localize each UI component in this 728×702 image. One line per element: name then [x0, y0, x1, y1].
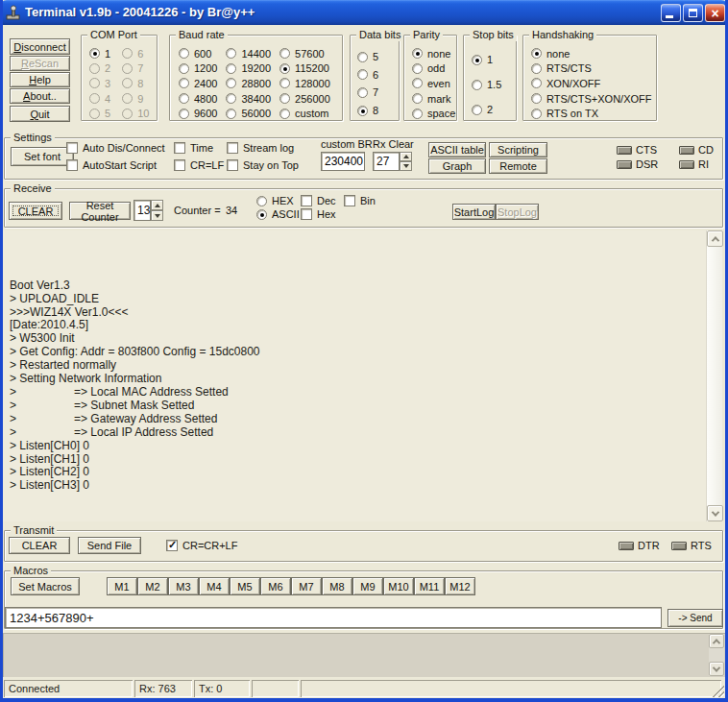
data-bits-radio[interactable]: 7	[357, 84, 378, 102]
parity-radio[interactable]: none	[412, 46, 455, 61]
set-macros-button[interactable]: Set Macros	[11, 577, 80, 595]
macro-button[interactable]: M7	[291, 577, 322, 595]
bin-checkbox[interactable]: Bin	[344, 195, 376, 206]
disconnect-button[interactable]: Disconnect	[10, 38, 70, 55]
custom-br-input[interactable]: 230400	[321, 152, 365, 171]
parity-radio[interactable]: space	[412, 106, 455, 121]
macro-button[interactable]: M11	[414, 577, 445, 595]
transmit-history-scrollbar[interactable]	[709, 634, 724, 676]
send-file-button[interactable]: Send File	[78, 537, 141, 554]
baud-rate-radio[interactable]: custom	[279, 106, 330, 121]
com-port-radio[interactable]: 2	[89, 61, 110, 77]
baud-rate-radio[interactable]: 115200	[279, 61, 330, 77]
parity-radio[interactable]: even	[412, 76, 455, 91]
minimize-button[interactable]	[661, 4, 681, 22]
scroll-down-button[interactable]	[707, 505, 723, 521]
data-bits-radio[interactable]: 5	[357, 48, 378, 66]
baud-rate-radio[interactable]: 600	[179, 46, 217, 61]
about-button[interactable]: About..	[10, 88, 70, 104]
hex-checkbox[interactable]: Hex	[301, 208, 336, 220]
com-port-radio[interactable]: 5	[89, 106, 110, 121]
quit-button[interactable]: Quit	[10, 106, 70, 122]
com-port-radio[interactable]: 8	[122, 76, 149, 91]
dec-checkbox[interactable]: Dec	[301, 195, 336, 206]
terminal-scrollbar[interactable]	[706, 230, 722, 521]
baud-rate-radio[interactable]: 57600	[279, 46, 330, 61]
handshaking-radio[interactable]: XON/XOFF	[531, 76, 652, 91]
parity-radio[interactable]: odd	[412, 61, 455, 77]
remote-button[interactable]: Remote	[489, 158, 547, 174]
baud-rate-radio[interactable]: 2400	[179, 76, 217, 91]
scroll-down-button[interactable]	[709, 662, 724, 676]
baud-rate-radio[interactable]: 14400	[226, 46, 271, 61]
baud-rate-radio[interactable]: 4800	[179, 91, 217, 107]
macro-button[interactable]: M5	[230, 577, 260, 595]
terminal-output[interactable]: Boot Ver1.3> UPLOAD_IDLE>>>WIZ14X Ver1.0…	[3, 230, 722, 521]
start-log-button[interactable]: StartLog	[452, 204, 496, 220]
handshaking-radio[interactable]: RTS on TX	[531, 106, 652, 121]
baud-rate-radio[interactable]: 56000	[226, 106, 271, 121]
stay-on-top-checkbox[interactable]: Stay on Top	[227, 159, 299, 171]
stop-bits-radio[interactable]: 1.5	[472, 72, 501, 97]
receive-counter-spinner[interactable]: 13	[133, 200, 163, 221]
handshaking-radio[interactable]: RTS/CTS+XON/XOFF	[531, 91, 652, 107]
receive-spin-up-button[interactable]	[151, 200, 163, 210]
graph-button[interactable]: Graph	[428, 158, 486, 174]
macro-button[interactable]: M10	[383, 577, 414, 595]
ascii-table-button[interactable]: ASCII table	[428, 142, 486, 157]
baud-rate-radio[interactable]: 128000	[279, 76, 330, 91]
baud-rate-radio[interactable]: 1200	[179, 61, 217, 77]
set-font-button[interactable]: Set font	[11, 147, 74, 166]
macro-button[interactable]: M12	[445, 577, 475, 595]
titlebar[interactable]: Terminal v1.9b - 20041226 - by Br@y++ ×	[0, 0, 728, 25]
macro-button[interactable]: M6	[260, 577, 291, 595]
macro-button[interactable]: M1	[107, 577, 137, 595]
com-port-radio[interactable]: 10	[122, 106, 149, 121]
auto-disconnect-checkbox[interactable]: Auto Dis/Connect	[66, 142, 165, 154]
rx-clear-value[interactable]: 27	[373, 152, 400, 171]
rx-clear-spin-down-button[interactable]	[400, 161, 412, 171]
autostart-script-checkbox[interactable]: AutoStart Script	[66, 159, 157, 171]
scroll-up-button[interactable]	[709, 634, 724, 648]
data-bits-radio[interactable]: 8	[357, 102, 378, 120]
handshaking-radio[interactable]: none	[531, 46, 652, 61]
time-checkbox[interactable]: Time	[174, 142, 213, 154]
stream-log-checkbox[interactable]: Stream log	[227, 142, 294, 154]
scroll-up-button[interactable]	[707, 230, 723, 247]
macro-button[interactable]: M3	[168, 577, 199, 595]
com-port-radio[interactable]: 4	[89, 91, 110, 107]
receive-spinner-value[interactable]: 13	[133, 200, 151, 221]
baud-rate-radio[interactable]: 19200	[226, 61, 271, 77]
transmit-history-panel[interactable]	[3, 633, 725, 677]
cr-crlf-checkbox[interactable]: CR=CR+LF	[166, 540, 237, 551]
com-port-radio[interactable]: 7	[122, 61, 149, 77]
macro-button[interactable]: M2	[137, 577, 168, 595]
baud-rate-radio[interactable]: 256000	[279, 91, 330, 107]
com-port-radio[interactable]: 9	[122, 91, 149, 107]
macro-button[interactable]: M8	[322, 577, 352, 595]
stop-bits-radio[interactable]: 1	[472, 47, 501, 72]
com-port-radio[interactable]: 6	[122, 46, 149, 61]
scripting-button[interactable]: Scripting	[489, 142, 547, 157]
com-port-radio[interactable]: 1	[89, 46, 110, 61]
reset-counter-button[interactable]: Reset Counter	[69, 202, 131, 220]
macro-button[interactable]: M4	[199, 577, 230, 595]
macro-button[interactable]: M9	[352, 577, 383, 595]
handshaking-radio[interactable]: RTS/CTS	[531, 61, 652, 77]
receive-clear-button[interactable]: CLEAR	[9, 202, 62, 220]
transmit-clear-button[interactable]: CLEAR	[9, 537, 70, 554]
stop-bits-radio[interactable]: 2	[472, 97, 501, 122]
parity-radio[interactable]: mark	[412, 91, 455, 107]
baud-rate-radio[interactable]: 38400	[226, 91, 271, 107]
baud-rate-radio[interactable]: 28800	[226, 76, 271, 91]
baud-rate-radio[interactable]: 9600	[179, 106, 217, 121]
maximize-button[interactable]	[683, 4, 703, 22]
cr-lf-checkbox[interactable]: CR=LF	[174, 159, 224, 171]
com-port-radio[interactable]: 3	[89, 76, 110, 91]
rx-clear-spinner[interactable]: 27	[373, 152, 412, 171]
data-bits-radio[interactable]: 6	[357, 66, 378, 85]
hex-mode-radio[interactable]: HEX	[256, 195, 294, 206]
send-input[interactable]	[5, 607, 662, 628]
close-button[interactable]: ×	[705, 4, 725, 22]
send-button[interactable]: -> Send	[667, 609, 723, 627]
